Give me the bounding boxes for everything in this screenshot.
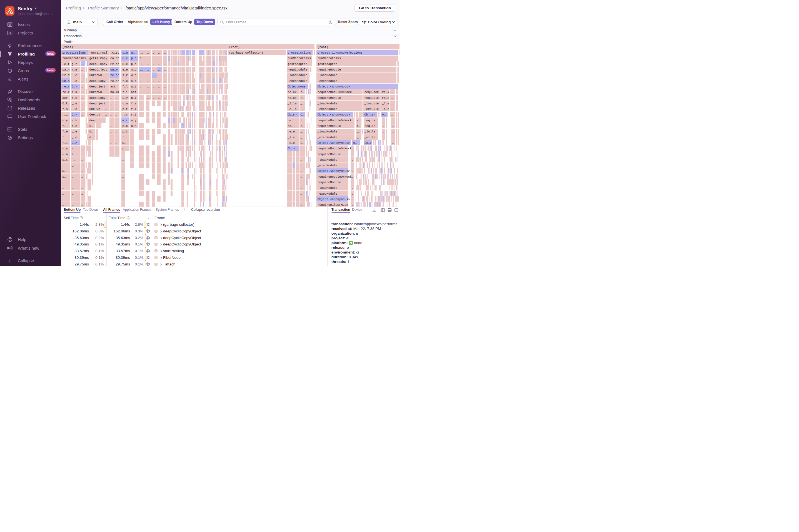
svg-text:…: … xyxy=(115,108,117,111)
svg-text:…: … xyxy=(392,141,394,145)
svg-text:p…t: p…t xyxy=(123,108,128,111)
svg-text:…: … xyxy=(62,192,64,195)
svg-text:f…e: f…e xyxy=(131,102,136,105)
svg-text:runMicrotasks: runMicrotasks xyxy=(287,57,311,60)
svg-text:re…e: re…e xyxy=(382,96,389,100)
svg-text:…: … xyxy=(81,164,83,167)
svg-text:O…: O… xyxy=(301,113,304,116)
svg-text:d…: d… xyxy=(90,130,93,133)
svg-text:…: … xyxy=(115,96,117,100)
svg-text:…: … xyxy=(81,108,83,111)
svg-text:…: … xyxy=(115,130,117,133)
svg-text:…: … xyxy=(147,91,149,94)
svg-text:…: … xyxy=(159,85,160,88)
svg-text:requireModule: requireModule xyxy=(318,96,341,100)
svg-text:p…k: p…k xyxy=(123,125,128,128)
svg-text:_…e: _…e xyxy=(71,130,77,133)
svg-text:…: … xyxy=(164,51,166,54)
svg-text:O…>: O…> xyxy=(72,141,77,145)
svg-text:_lo…le: _lo…le xyxy=(364,130,375,133)
svg-text:m…d: m…d xyxy=(131,68,136,71)
svg-text:runTe…rnal: runTe…rnal xyxy=(90,51,108,54)
svg-text:…: … xyxy=(81,102,83,105)
svg-text:Object.<anonymous>: Object.<anonymous> xyxy=(318,169,350,173)
svg-text:…: … xyxy=(72,186,73,190)
svg-text:_loadModule: _loadModule xyxy=(317,158,337,162)
svg-text:Ob…s>: Ob…s> xyxy=(287,113,296,116)
svg-text:_execModule: _execModule xyxy=(317,79,337,83)
svg-text:…: … xyxy=(153,68,154,71)
svg-text:Ob…>: Ob…> xyxy=(365,141,372,145)
svg-text:…: … xyxy=(301,153,302,156)
svg-text:requireModule: requireModule xyxy=(318,181,341,184)
svg-text:r…: r… xyxy=(72,147,75,150)
svg-text:…: … xyxy=(123,158,124,162)
svg-text:…: … xyxy=(140,79,142,83)
svg-text:…: … xyxy=(115,119,117,122)
svg-text:…: … xyxy=(352,147,353,150)
svg-text:_…: _… xyxy=(71,164,75,167)
svg-text:requi…odule: requi…odule xyxy=(287,68,307,71)
svg-text:…: … xyxy=(153,62,154,66)
svg-text:…: … xyxy=(123,175,124,178)
svg-text:…: … xyxy=(352,158,353,162)
svg-text:w…c: w…c xyxy=(123,119,128,122)
svg-text:…: … xyxy=(110,141,112,145)
svg-text:_execModule: _execModule xyxy=(317,164,337,167)
svg-text:proces…ctions: proces…ctions xyxy=(287,51,311,54)
svg-text:…: … xyxy=(110,113,112,116)
svg-text:O…k: O…k xyxy=(62,102,68,105)
svg-text:_…e: _…e xyxy=(71,79,77,83)
svg-text:_loadModule: _loadModule xyxy=(317,102,337,105)
svg-text:…: … xyxy=(164,68,166,71)
svg-text:_e…e: _e…e xyxy=(382,108,389,111)
svg-text:…: … xyxy=(153,51,154,54)
svg-text:…: … xyxy=(110,102,112,105)
svg-text:…: … xyxy=(352,169,353,173)
svg-text:r…1: r…1 xyxy=(62,141,68,145)
svg-text:requireModuleOrMock: requireModuleOrMock xyxy=(318,91,352,94)
svg-text:Object.<anonymous>: Object.<anonymous> xyxy=(318,85,350,88)
svg-text:f…s: f…s xyxy=(62,108,68,111)
svg-text:f…e: f…e xyxy=(62,130,68,133)
svg-text:ca…n: ca…n xyxy=(62,68,70,71)
svg-text:…: … xyxy=(115,125,117,128)
svg-text:…: … xyxy=(159,91,160,94)
svg-text:re…er: re…er xyxy=(110,74,119,77)
svg-text:_loadModule: _loadModule xyxy=(317,74,337,77)
svg-text:…: … xyxy=(115,102,117,105)
svg-text:jestAdapter: jestAdapter xyxy=(318,62,337,66)
svg-text:…: … xyxy=(115,147,117,150)
svg-text:deepC…Copy: deepC…Copy xyxy=(90,62,108,66)
svg-text:…: … xyxy=(147,74,149,77)
svg-text:…: … xyxy=(110,147,112,150)
svg-text:…: … xyxy=(81,192,83,195)
svg-text:requ…ule: requ…ule xyxy=(365,96,379,100)
svg-text:…: … xyxy=(147,96,149,100)
svg-text:…: … xyxy=(301,164,302,167)
svg-text:_l…e: _l…e xyxy=(287,136,295,139)
svg-text:requireModule: requireModule xyxy=(318,153,341,156)
svg-text:…: … xyxy=(81,198,83,201)
svg-text:…: … xyxy=(352,164,353,167)
svg-text:_l…e: _l…e xyxy=(382,102,389,105)
svg-text:re…r: re…r xyxy=(62,85,70,88)
svg-text:…: … xyxy=(147,62,149,66)
svg-text:re…er: re…er xyxy=(110,79,119,83)
svg-text:_…: _… xyxy=(300,102,304,105)
svg-text:…: … xyxy=(352,198,353,201)
svg-text:re…ck: re…ck xyxy=(287,96,296,100)
svg-text:_loa…ule: _loa…ule xyxy=(364,102,379,105)
svg-text:u…n: u…n xyxy=(123,51,128,54)
svg-text:…: … xyxy=(147,79,149,83)
svg-text:…: … xyxy=(159,51,160,54)
svg-text:re…ck: re…ck xyxy=(287,91,296,94)
svg-text:…: … xyxy=(81,147,83,150)
svg-text:…: … xyxy=(159,62,160,66)
svg-text:re…k: re…k xyxy=(382,91,389,94)
svg-text:u…n: u…n xyxy=(62,153,68,156)
svg-text:…: … xyxy=(110,130,112,133)
svg-text:_…e: _…e xyxy=(71,74,77,77)
svg-text:…: … xyxy=(81,169,83,173)
svg-text:…: … xyxy=(153,85,154,88)
